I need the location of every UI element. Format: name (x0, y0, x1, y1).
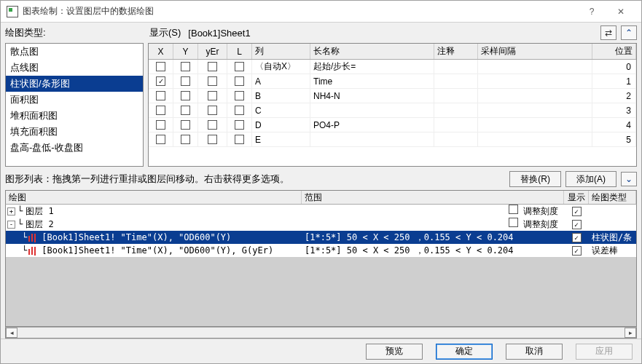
cell-pos: 1 (592, 74, 636, 88)
plot-type-item[interactable]: 散点图 (6, 44, 143, 60)
col-si[interactable]: 采样间隔 (478, 44, 592, 59)
col-ann[interactable]: 注释 (434, 44, 478, 59)
preview-button[interactable]: 预览 (366, 344, 423, 360)
checkbox[interactable] (181, 62, 190, 71)
col-pos[interactable]: 位置 (592, 44, 636, 59)
checkbox[interactable] (156, 106, 165, 115)
bottom-list[interactable]: +└图层 1 调整刻度-└图层 2 调整刻度└ [Book1]Sheet1! "… (5, 205, 637, 327)
cell-long: Time (310, 74, 434, 88)
checkbox[interactable] (572, 207, 582, 216)
checkbox[interactable] (509, 218, 518, 227)
show-label[interactable]: 显示(S) (148, 26, 182, 39)
checkbox[interactable] (235, 62, 244, 71)
col-l[interactable]: L (227, 44, 252, 59)
bh-ptype[interactable]: 绘图类型 (589, 191, 636, 204)
checkbox[interactable] (181, 135, 190, 144)
grid-row[interactable]: ATime1 (149, 74, 636, 89)
col-name[interactable]: 列 (252, 44, 310, 59)
checkbox[interactable] (235, 120, 244, 130)
cell-ann (434, 103, 478, 117)
plot-type-item[interactable]: 柱状图/条形图 (6, 76, 143, 92)
checkbox[interactable] (235, 76, 244, 86)
apply-button[interactable]: 应用 (576, 344, 633, 360)
plot-type-list[interactable]: 散点图点线图柱状图/条形图面积图堆积面积图填充面积图盘高-盘低-收盘图 (5, 43, 144, 167)
plot-type-item[interactable]: 面积图 (6, 92, 143, 108)
layer-row[interactable]: -└图层 2 调整刻度 (6, 218, 636, 231)
grid-row[interactable]: C3 (149, 103, 636, 118)
col-yer[interactable]: yEr (198, 44, 227, 59)
checkbox[interactable] (235, 91, 244, 100)
checkbox[interactable] (572, 220, 582, 229)
bh-range[interactable]: 范围 (302, 191, 564, 204)
checkbox[interactable] (208, 120, 217, 130)
ok-button[interactable]: 确定 (436, 344, 493, 360)
checkbox[interactable] (235, 135, 244, 144)
grid-row[interactable]: BNH4-N2 (149, 89, 636, 103)
swap-button[interactable]: ⇄ (600, 25, 616, 40)
plot-text: [Book1]Sheet1! "Time"(X), "OD600"(Y), G(… (42, 245, 273, 256)
checkbox[interactable] (156, 135, 165, 144)
checkbox[interactable] (208, 76, 217, 86)
checkbox[interactable] (208, 106, 217, 115)
grid-row[interactable]: 〈自动X〉起始/步长=0 (149, 60, 636, 74)
bh-show[interactable]: 显示 (564, 191, 589, 204)
cell-si (478, 118, 592, 132)
h-scrollbar[interactable]: ◂ ▸ (5, 327, 637, 339)
col-long[interactable]: 长名称 (310, 44, 434, 59)
checkbox[interactable] (572, 233, 582, 242)
scroll-right-icon[interactable]: ▸ (625, 328, 636, 338)
checkbox[interactable] (208, 91, 217, 100)
plot-type-item[interactable]: 堆积面积图 (6, 108, 143, 124)
grid-row[interactable]: E5 (149, 132, 636, 147)
cell-ann (434, 132, 478, 146)
checkbox[interactable] (235, 106, 244, 115)
book-label: [Book1]Sheet1 (187, 28, 251, 39)
plot-type-item[interactable]: 点线图 (6, 60, 143, 76)
grid-body[interactable]: 〈自动X〉起始/步长=0ATime1BNH4-N2C3DPO4-P4E5 (149, 60, 636, 166)
checkbox[interactable] (156, 76, 165, 86)
grid-row[interactable]: DPO4-P4 (149, 118, 636, 132)
cell-col: 〈自动X〉 (252, 60, 310, 74)
col-y[interactable]: Y (173, 44, 198, 59)
plot-type-item[interactable]: 填充面积图 (6, 124, 143, 140)
checkbox[interactable] (181, 120, 190, 130)
checkbox[interactable] (156, 91, 165, 100)
plot-type-item[interactable]: 盘高-盘低-收盘图 (6, 140, 143, 156)
layer-icon: └ (17, 219, 23, 229)
checkbox[interactable] (572, 246, 582, 256)
cell-ann (434, 89, 478, 103)
cell-ann (434, 60, 478, 74)
bh-plot[interactable]: 绘图 (6, 191, 302, 204)
layer-label: 图层 2 (26, 218, 53, 231)
checkbox[interactable] (208, 135, 217, 144)
app-icon (7, 6, 18, 17)
plot-row[interactable]: └ [Book1]Sheet1! "Time"(X), "OD600"(Y)[1… (6, 231, 636, 244)
plot-row[interactable]: └ [Book1]Sheet1! "Time"(X), "OD600"(Y), … (6, 244, 636, 257)
checkbox[interactable] (181, 76, 190, 86)
checkbox[interactable] (156, 62, 165, 71)
expand-down-button[interactable]: ⌄ (621, 172, 637, 186)
checkbox[interactable] (181, 91, 190, 100)
close-button[interactable]: ✕ (606, 1, 635, 23)
checkbox[interactable] (181, 106, 190, 115)
plot-icon (28, 246, 39, 255)
collapse-up-button[interactable]: ⌃ (621, 25, 637, 40)
cell-col: B (252, 89, 310, 103)
checkbox[interactable] (509, 205, 518, 214)
replace-button[interactable]: 替换(R) (509, 171, 561, 187)
plot-range: [1*:5*] 50 < X < 250 ，0.155 < Y < 0.204 (302, 232, 564, 244)
cell-col: D (252, 118, 310, 132)
checkbox[interactable] (156, 120, 165, 130)
tree-toggle[interactable]: + (7, 207, 15, 215)
dialog-window: 图表绘制：设置图层中的数据绘图 ? ✕ 绘图类型: 显示(S) [Book1]S… (0, 0, 642, 364)
layer-row[interactable]: +└图层 1 调整刻度 (6, 205, 636, 218)
cell-long: NH4-N (310, 89, 434, 103)
checkbox[interactable] (208, 62, 217, 71)
scroll-left-icon[interactable]: ◂ (6, 328, 17, 338)
help-button[interactable]: ? (577, 1, 606, 23)
add-button[interactable]: 添加(A) (565, 171, 616, 187)
cancel-button[interactable]: 取消 (506, 344, 563, 360)
data-grid: X Y yEr L 列 长名称 注释 采样间隔 位置 〈自动X〉起始/步长=0A… (148, 43, 637, 167)
col-x[interactable]: X (149, 44, 173, 59)
tree-toggle[interactable]: - (7, 221, 15, 229)
